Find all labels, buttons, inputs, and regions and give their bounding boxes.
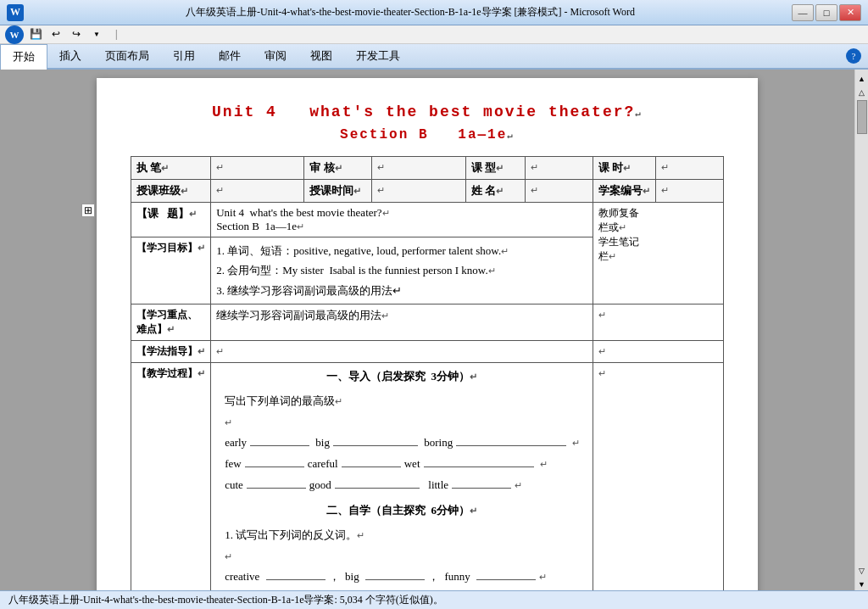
cell-keti-content[interactable]: Unit 4 what's the best movie theater?↵ S… <box>211 203 593 237</box>
cell-zhubi-value[interactable]: ↵ <box>211 157 304 180</box>
cell-xuefa-label: 【学法指导】↵ <box>131 341 211 363</box>
save-button[interactable]: 💾 <box>27 27 44 42</box>
window-controls[interactable]: — □ ✕ <box>792 4 861 21</box>
tab-references[interactable]: 引用 <box>161 44 207 68</box>
table-row: 授课班级↵ ↵ 授课时间↵ ↵ 姓 名↵ ↵ 学案编号↵ ↵ <box>131 180 724 203</box>
app-icon: W <box>7 4 24 21</box>
tab-review[interactable]: 审阅 <box>253 44 298 68</box>
cell-class-value[interactable]: ↵ <box>211 180 304 203</box>
cell-mubiao-content[interactable]: 1. 单词、短语：positive, negative, loud, perfo… <box>211 237 593 304</box>
table-row: 【学习重点、难点】↵ 继续学习形容词副词最高级的用法↵ ↵ <box>131 304 724 341</box>
cell-zhubi-label: 执 笔↵ <box>131 157 211 180</box>
minimize-button[interactable]: — <box>792 4 814 21</box>
title-bar: W 八年级英语上册-Unit-4-what's-the-best-movie-t… <box>0 0 868 25</box>
status-text: 八年级英语上册-Unit-4-what's-the-best-movie-the… <box>8 593 443 607</box>
scroll-top-icon[interactable]: ▲ <box>856 73 868 85</box>
cell-name-label: 姓 名↵ <box>465 180 525 203</box>
cell-zhongdian-content[interactable]: 继续学习形容词副词最高级的用法↵ <box>211 304 593 341</box>
cell-xuean-value[interactable]: ↵ <box>655 180 723 203</box>
menu-bar: W 💾 ↩ ↪ ▼ | <box>0 25 868 44</box>
quick-access-dropdown[interactable]: ▼ <box>88 27 105 42</box>
cell-name-value[interactable]: ↵ <box>525 180 593 203</box>
status-bar: 八年级英语上册-Unit-4-what's-the-best-movie-the… <box>0 590 868 609</box>
cell-teacher-notes[interactable]: 教师复备栏或↵学生笔记栏↵ <box>593 203 723 304</box>
cell-class-label: 授课班级↵ <box>131 180 211 203</box>
tab-mailings[interactable]: 邮件 <box>207 44 253 68</box>
quick-access-toolbar: W 💾 ↩ ↪ ▼ | <box>0 25 122 44</box>
cell-process-content[interactable]: 一、导入（启发探究 3分钟）↵ 写出下列单词的最高级↵ ↵ early big … <box>211 363 593 590</box>
tab-developer[interactable]: 开发工具 <box>344 44 412 68</box>
cell-shenhe-value[interactable]: ↵ <box>372 157 465 180</box>
redo-button[interactable]: ↪ <box>68 27 85 42</box>
cell-keti-label: 【课 题】↵ <box>131 203 211 237</box>
cell-keshi-label: 课 时↵ <box>593 157 655 180</box>
document-title: Unit 4 what's the best movie theater?↵ <box>131 103 724 120</box>
scroll-up-icon[interactable]: △ <box>856 87 868 98</box>
right-panel: ▲ △ ▽ ▼ <box>854 70 868 590</box>
cell-blank-right2: ↵ <box>593 341 723 363</box>
scroll-bar-thumb[interactable] <box>857 100 867 134</box>
cell-blank-right3: ↵ <box>593 363 723 590</box>
cell-process-label: 【教学过程】↵ <box>131 363 211 590</box>
cell-xuefa-content[interactable]: ↵ <box>211 341 593 363</box>
table-row: 【学法指导】↵ ↵ ↵ <box>131 341 724 363</box>
cell-blank-right1: ↵ <box>593 304 723 341</box>
cell-xuean-label: 学案编号↵ <box>593 180 655 203</box>
document-page: ⊞ Unit 4 what's the best movie theater?↵… <box>97 78 758 590</box>
cell-ketype-value[interactable]: ↵ <box>525 157 593 180</box>
scroll-down-icon[interactable]: ▽ <box>856 565 868 577</box>
scroll-bottom-icon[interactable]: ▼ <box>856 578 868 590</box>
cell-keshi-value[interactable]: ↵ <box>655 157 723 180</box>
undo-button[interactable]: ↩ <box>47 27 64 42</box>
window-title: 八年级英语上册-Unit-4-what's-the-best-movie-the… <box>29 5 792 20</box>
office-button[interactable]: W <box>5 25 24 44</box>
document-area[interactable]: ⊞ Unit 4 what's the best movie theater?↵… <box>0 70 854 590</box>
table-row: 【课 题】↵ Unit 4 what's the best movie thea… <box>131 203 724 237</box>
restore-button[interactable]: □ <box>815 4 837 21</box>
ribbon-right: ? <box>846 44 868 68</box>
tab-view[interactable]: 视图 <box>298 44 344 68</box>
document-subtitle: Section B 1a—1e↵ <box>131 127 724 142</box>
ribbon: 开始 插入 页面布局 引用 邮件 审阅 视图 开发工具 ? <box>0 44 868 70</box>
close-button[interactable]: ✕ <box>839 4 861 21</box>
cell-shenhe-label: 审 核↵ <box>304 157 372 180</box>
cell-zhongdian-label: 【学习重点、难点】↵ <box>131 304 211 341</box>
main-area: ⊞ Unit 4 what's the best movie theater?↵… <box>0 70 868 590</box>
table-row: 【教学过程】↵ 一、导入（启发探究 3分钟）↵ 写出下列单词的最高级↵ ↵ ea… <box>131 363 724 590</box>
cell-mubiao-label: 【学习目标】↵ <box>131 237 211 304</box>
table-row: 执 笔↵ ↵ 审 核↵ ↵ 课 型↵ ↵ 课 时↵ ↵ <box>131 157 724 180</box>
tab-insert[interactable]: 插入 <box>47 44 93 68</box>
cell-ketype-label: 课 型↵ <box>465 157 525 180</box>
tab-home[interactable]: 开始 <box>0 44 47 70</box>
help-icon[interactable]: ? <box>846 48 861 64</box>
cell-time-label: 授课时间↵ <box>304 180 372 203</box>
add-table-icon[interactable]: ⊞ <box>81 204 95 217</box>
cell-time-value[interactable]: ↵ <box>372 180 465 203</box>
tab-page-layout[interactable]: 页面布局 <box>93 44 161 68</box>
lesson-plan-table: 执 笔↵ ↵ 审 核↵ ↵ 课 型↵ ↵ 课 时↵ ↵ 授课班级↵ ↵ 授课时间… <box>131 156 724 590</box>
